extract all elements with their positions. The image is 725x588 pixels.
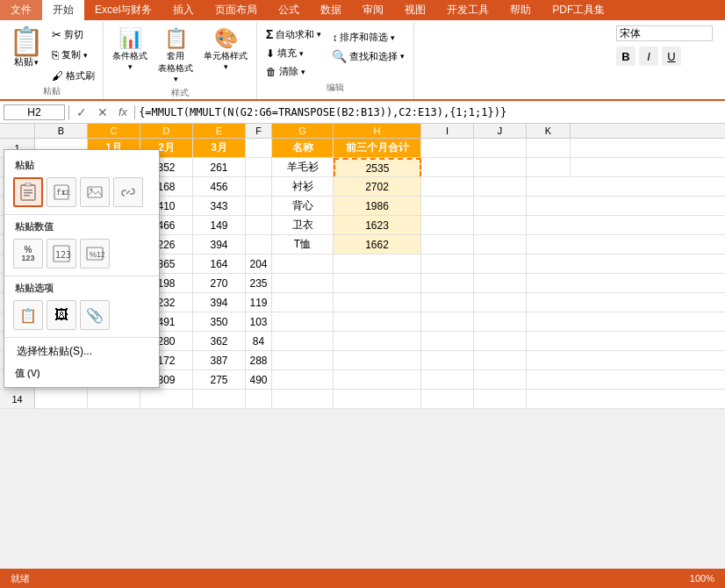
paste-value-btn-2[interactable]: 123 bbox=[47, 239, 76, 269]
cell-e8[interactable]: 270 bbox=[193, 274, 246, 292]
tab-insert[interactable]: 插入 bbox=[162, 0, 205, 20]
paste-value-btn-1[interactable]: % 123 bbox=[13, 239, 43, 269]
cell-h9[interactable] bbox=[334, 293, 421, 312]
tab-home[interactable]: 开始 bbox=[42, 0, 84, 20]
cell-g3[interactable]: 衬衫 bbox=[272, 177, 334, 196]
col-header-f[interactable]: F bbox=[246, 124, 272, 138]
cell-h2[interactable]: 2535 bbox=[334, 158, 421, 176]
cell-h6[interactable]: 1662 bbox=[334, 235, 421, 254]
sort-filter-button[interactable]: ↕ 排序和筛选 ▾ bbox=[328, 29, 408, 46]
copy-button[interactable]: ⎘ 复制 ▾ bbox=[49, 47, 97, 62]
cell-i11[interactable] bbox=[421, 332, 474, 350]
col-header-h[interactable]: H bbox=[334, 124, 421, 138]
tab-formula[interactable]: 公式 bbox=[268, 0, 310, 20]
cell-f14[interactable] bbox=[246, 390, 272, 408]
cell-f3[interactable] bbox=[246, 177, 272, 196]
name-box[interactable] bbox=[4, 104, 65, 120]
cell-f6[interactable] bbox=[246, 235, 272, 254]
col-header-i[interactable]: I bbox=[421, 124, 474, 138]
cell-g4[interactable]: 背心 bbox=[272, 197, 334, 215]
paste-button[interactable]: 📋 粘贴 ▾ bbox=[5, 25, 47, 85]
cell-h14[interactable] bbox=[334, 390, 421, 408]
cell-j6[interactable] bbox=[474, 235, 527, 254]
cell-f10[interactable]: 103 bbox=[246, 312, 272, 331]
cell-j1[interactable] bbox=[474, 139, 527, 157]
tab-excel-finance[interactable]: Excel与财务 bbox=[84, 0, 162, 20]
bold-button[interactable]: B bbox=[616, 47, 635, 66]
cell-g5[interactable]: 卫衣 bbox=[272, 216, 334, 234]
cell-j10[interactable] bbox=[474, 312, 527, 331]
paste-value-btn-3[interactable]: %123 bbox=[80, 239, 110, 269]
cell-c14[interactable] bbox=[88, 390, 140, 408]
conditional-format-button[interactable]: 📊 条件格式 ▾ bbox=[109, 25, 151, 85]
cell-f8[interactable]: 235 bbox=[246, 274, 272, 292]
paste-icon-btn-4[interactable] bbox=[113, 177, 143, 207]
tab-page-layout[interactable]: 页面布局 bbox=[205, 0, 268, 20]
cell-j7[interactable] bbox=[474, 255, 527, 273]
col-header-b[interactable]: B bbox=[35, 124, 88, 138]
cell-h3[interactable]: 2702 bbox=[334, 177, 421, 196]
cell-i6[interactable] bbox=[421, 235, 474, 254]
col-header-d[interactable]: D bbox=[140, 124, 193, 138]
cell-f9[interactable]: 119 bbox=[246, 293, 272, 312]
cell-e11[interactable]: 362 bbox=[193, 332, 246, 350]
tab-developer[interactable]: 开发工具 bbox=[436, 0, 499, 20]
paste-icon-btn-2[interactable]: fx 123 bbox=[47, 177, 76, 207]
cell-e3[interactable]: 456 bbox=[193, 177, 246, 196]
select-paste-menu-item[interactable]: 选择性粘贴(S)... bbox=[4, 340, 159, 363]
cell-i10[interactable] bbox=[421, 312, 474, 331]
cell-g12[interactable] bbox=[272, 351, 334, 369]
clear-button[interactable]: 🗑 清除 ▾ bbox=[262, 63, 325, 80]
cell-g2[interactable]: 羊毛衫 bbox=[272, 158, 334, 176]
cell-j11[interactable] bbox=[474, 332, 527, 350]
cell-g14[interactable] bbox=[272, 390, 334, 408]
col-header-e[interactable]: E bbox=[193, 124, 246, 138]
cell-j9[interactable] bbox=[474, 293, 527, 312]
font-name-input[interactable] bbox=[616, 25, 713, 41]
cell-j8[interactable] bbox=[474, 274, 527, 292]
cell-j2[interactable] bbox=[474, 158, 527, 176]
find-select-button[interactable]: 🔍 查找和选择 ▾ bbox=[328, 47, 408, 65]
cell-h4[interactable]: 1986 bbox=[334, 197, 421, 215]
cell-f7[interactable]: 204 bbox=[246, 255, 272, 273]
tab-data[interactable]: 数据 bbox=[310, 0, 352, 20]
col-header-c[interactable]: C bbox=[88, 124, 140, 138]
cell-i7[interactable] bbox=[421, 255, 474, 273]
cell-style-button[interactable]: 🎨 单元格样式 ▾ bbox=[200, 25, 251, 85]
cell-h12[interactable] bbox=[334, 351, 421, 369]
cell-i8[interactable] bbox=[421, 274, 474, 292]
check-icon[interactable]: ✓ bbox=[73, 105, 90, 119]
cell-h5[interactable]: 1623 bbox=[334, 216, 421, 234]
cell-g9[interactable] bbox=[272, 293, 334, 312]
paste-dropdown-arrow[interactable]: ▾ bbox=[34, 58, 39, 67]
col-header-k[interactable]: K bbox=[527, 124, 571, 138]
cell-h8[interactable] bbox=[334, 274, 421, 292]
cell-f11[interactable]: 84 bbox=[246, 332, 272, 350]
paste-option-btn-2[interactable]: 🖼 bbox=[47, 300, 76, 330]
cell-g8[interactable] bbox=[272, 274, 334, 292]
tab-view[interactable]: 视图 bbox=[394, 0, 436, 20]
cell-i12[interactable] bbox=[421, 351, 474, 369]
cell-j13[interactable] bbox=[474, 370, 527, 389]
cell-g7[interactable] bbox=[272, 255, 334, 273]
paste-option-btn-1[interactable]: 📋 bbox=[13, 300, 43, 330]
paste-icon-btn-3[interactable] bbox=[80, 177, 110, 207]
cell-g6[interactable]: T恤 bbox=[272, 235, 334, 254]
cell-j14[interactable] bbox=[474, 390, 527, 408]
cell-k2[interactable] bbox=[527, 158, 571, 176]
cell-b14[interactable] bbox=[35, 390, 88, 408]
cell-i9[interactable] bbox=[421, 293, 474, 312]
cell-e4[interactable]: 343 bbox=[193, 197, 246, 215]
cell-h13[interactable] bbox=[334, 370, 421, 389]
cell-i5[interactable] bbox=[421, 216, 474, 234]
cell-f12[interactable]: 288 bbox=[246, 351, 272, 369]
cell-h11[interactable] bbox=[334, 332, 421, 350]
cell-j4[interactable] bbox=[474, 197, 527, 215]
paste-option-btn-3[interactable]: 📎 bbox=[80, 300, 110, 330]
cell-f13[interactable]: 490 bbox=[246, 370, 272, 389]
cut-button[interactable]: ✂ 剪切 bbox=[49, 27, 97, 42]
italic-button[interactable]: I bbox=[639, 47, 658, 66]
cell-e13[interactable]: 275 bbox=[193, 370, 246, 389]
cell-e2[interactable]: 261 bbox=[193, 158, 246, 176]
col-header-j[interactable]: J bbox=[474, 124, 527, 138]
